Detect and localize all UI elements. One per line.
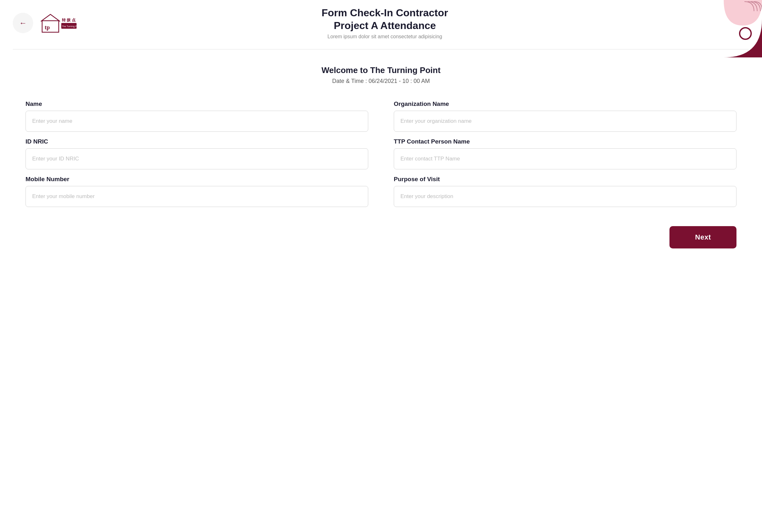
id-label: ID NRIC — [26, 138, 368, 145]
page-subtitle: Lorem ipsum dolor sit amet consectetur a… — [78, 34, 692, 39]
ttp-label: TTP Contact Person Name — [394, 138, 736, 145]
org-label: Organization Name — [394, 100, 736, 107]
welcome-section: Welcome to The Turning Point Date & Time… — [0, 53, 762, 94]
welcome-title: Welcome to The Turning Point — [6, 65, 756, 75]
back-button[interactable]: ← — [13, 13, 33, 33]
welcome-datetime: Date & Time : 06/24/2021 - 10 : 00 AM — [6, 78, 756, 85]
mobile-group: Mobile Number — [26, 176, 368, 207]
mobile-input[interactable] — [26, 186, 368, 207]
button-area: Next — [0, 220, 762, 261]
purpose-group: Purpose of Visit — [394, 176, 736, 207]
page-title: Form Check-In Contractor Project A Atten… — [78, 6, 692, 32]
header-divider — [13, 49, 749, 49]
name-input[interactable] — [26, 111, 368, 132]
svg-text:tp: tp — [45, 24, 50, 31]
form-section: Name Organization Name ID NRIC TTP Conta… — [0, 94, 762, 220]
mobile-label: Mobile Number — [26, 176, 368, 183]
svg-text:The Turning Point: The Turning Point — [62, 25, 78, 28]
datetime-value: 06/24/2021 - 10 : 00 AM — [369, 78, 430, 84]
id-group: ID NRIC — [26, 138, 368, 169]
name-label: Name — [26, 100, 368, 107]
ttp-group: TTP Contact Person Name — [394, 138, 736, 169]
svg-text:转 捩 点: 转 捩 点 — [62, 18, 76, 22]
name-group: Name — [26, 100, 368, 132]
back-arrow-icon: ← — [19, 19, 27, 28]
next-button[interactable]: Next — [669, 226, 736, 248]
id-input[interactable] — [26, 148, 368, 169]
datetime-label: Date & Time : — [332, 78, 367, 84]
org-group: Organization Name — [394, 100, 736, 132]
ttp-input[interactable] — [394, 148, 736, 169]
logo-area: tp 转 捩 点 The Turning Point — [39, 12, 78, 34]
purpose-label: Purpose of Visit — [394, 176, 736, 183]
org-input[interactable] — [394, 111, 736, 132]
logo-icon: tp 转 捩 点 The Turning Point — [39, 12, 78, 34]
header: ← tp 转 捩 点 The Turning Point Form Check-… — [0, 0, 762, 46]
form-grid: Name Organization Name ID NRIC TTP Conta… — [26, 100, 736, 207]
header-center: Form Check-In Contractor Project A Atten… — [78, 6, 749, 39]
purpose-input[interactable] — [394, 186, 736, 207]
